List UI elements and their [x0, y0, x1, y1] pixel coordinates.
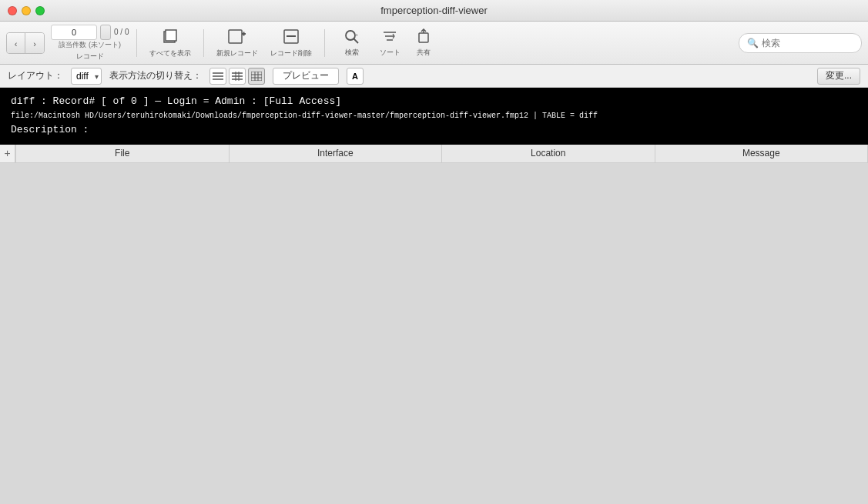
nav-back-button[interactable]: ‹ — [7, 33, 25, 54]
table-header-row: File Interface Location Message — [16, 145, 868, 163]
table-wrapper: + File Interface Location Message — [0, 145, 868, 504]
nav-forward-button[interactable]: › — [25, 33, 44, 54]
add-row-button[interactable]: + — [0, 145, 15, 163]
separator-3 — [324, 29, 325, 57]
record-count: 0 / 0 — [114, 28, 129, 36]
empty-data-area — [0, 163, 868, 504]
font-button[interactable]: A — [347, 68, 364, 85]
maximize-button[interactable] — [35, 6, 45, 15]
title-bar: fmperception-diff-viewer — [0, 0, 868, 22]
show-all-button[interactable]: すべてを表示 — [145, 25, 196, 62]
share-button[interactable]: 共有 — [408, 25, 439, 61]
search-icon — [344, 28, 360, 46]
close-button[interactable] — [8, 6, 17, 15]
main-content: diff : Record# [ of 0 ] — Login = Admin … — [0, 88, 868, 504]
minimize-button[interactable] — [22, 6, 31, 15]
separator-2 — [203, 29, 204, 57]
search-group: 🔍 — [739, 33, 862, 53]
header-line1: diff : Record# [ of 0 ] — Login = Admin … — [11, 94, 857, 110]
show-all-label: すべてを表示 — [149, 48, 191, 58]
view-columns-button[interactable] — [229, 68, 246, 85]
delete-record-button[interactable]: レコード削除 — [266, 25, 317, 62]
share-label: 共有 — [417, 48, 431, 58]
record-field-group: 0 / 0 該当件数 (未ソート) レコード — [51, 25, 129, 62]
separator-1 — [136, 29, 137, 57]
show-all-icon — [162, 28, 179, 47]
col-interface: Interface — [229, 145, 442, 163]
record-subtext: 該当件数 (未ソート) — [59, 40, 121, 50]
sort-button[interactable]: ソート — [374, 25, 405, 61]
layout-select[interactable]: diff — [71, 68, 102, 85]
column-header-table: File Interface Location Message — [15, 145, 868, 164]
search-button[interactable]: 検索 — [333, 25, 371, 61]
record-label: レコード — [76, 52, 104, 62]
record-spinner[interactable] — [100, 25, 111, 40]
search-glass-icon: 🔍 — [747, 38, 759, 48]
view-table-button[interactable] — [248, 68, 265, 85]
search-input[interactable] — [762, 38, 853, 48]
layout-label: レイアウト： — [8, 69, 63, 82]
col-location: Location — [442, 145, 655, 163]
nav-arrows: ‹ › — [6, 32, 45, 54]
svg-rect-12 — [419, 33, 428, 42]
col-file: File — [16, 145, 230, 163]
new-record-button[interactable]: 新規レコード — [212, 25, 263, 62]
record-input[interactable] — [51, 25, 97, 40]
svg-line-8 — [354, 38, 359, 43]
traffic-lights — [8, 6, 45, 15]
record-input-wrap: 0 / 0 — [51, 25, 129, 40]
add-row-bar: + File Interface Location Message — [0, 145, 868, 163]
view-switch-label: 表示方法の切り替え： — [109, 69, 202, 82]
header-line2: file:/Macintosh HD/Users/teruhirokomaki/… — [11, 110, 857, 122]
share-icon — [415, 28, 432, 46]
delete-record-label: レコード削除 — [270, 48, 312, 58]
header-line3: Description : — [11, 122, 857, 139]
toolbar: ‹ › 0 / 0 該当件数 (未ソート) レコード すべてを表示 — [0, 22, 868, 65]
window-title: fmperception-diff-viewer — [380, 5, 487, 16]
search-label: 検索 — [345, 48, 359, 58]
layout-bar: レイアウト： diff 表示方法の切り替え： — [0, 65, 868, 88]
header-bar: diff : Record# [ of 0 ] — Login = Admin … — [0, 88, 868, 145]
svg-point-7 — [346, 31, 355, 40]
svg-rect-1 — [166, 30, 176, 41]
delete-record-icon — [283, 28, 300, 47]
new-record-icon — [228, 28, 246, 47]
sort-label: ソート — [380, 48, 400, 58]
new-record-label: 新規レコード — [216, 48, 258, 58]
modify-button[interactable]: 変更... — [817, 68, 860, 85]
preview-button[interactable]: プレビュー — [273, 68, 339, 85]
view-switch-btns — [209, 68, 265, 85]
sort-icon — [381, 28, 398, 46]
view-list-button[interactable] — [209, 68, 226, 85]
col-message: Message — [655, 145, 868, 163]
layout-select-wrap[interactable]: diff — [71, 68, 102, 85]
svg-rect-22 — [251, 72, 262, 81]
search-input-wrap: 🔍 — [739, 33, 862, 53]
svg-rect-2 — [229, 30, 242, 43]
